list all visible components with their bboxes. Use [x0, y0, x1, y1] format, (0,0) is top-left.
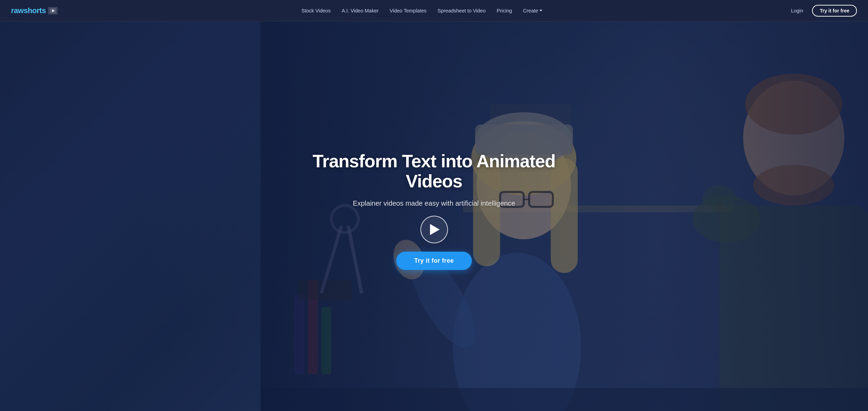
nav-link-pricing[interactable]: Pricing	[492, 6, 517, 16]
nav-item-stock-videos: Stock Videos	[297, 8, 335, 14]
nav-item-create: Create	[518, 6, 547, 16]
logo-icon	[48, 7, 58, 15]
login-link[interactable]: Login	[786, 6, 808, 16]
try-free-button-nav[interactable]: Try it for free	[812, 5, 857, 17]
nav-item-spreadsheet-to-video: Spreadsheet to Video	[433, 8, 490, 14]
nav-link-video-templates[interactable]: Video Templates	[385, 6, 431, 16]
hero-cta-button[interactable]: Try it for free	[396, 252, 472, 270]
nav-link-spreadsheet-to-video[interactable]: Spreadsheet to Video	[433, 6, 490, 16]
nav-link-stock-videos[interactable]: Stock Videos	[297, 6, 335, 16]
logo-text: rawshorts	[11, 6, 46, 15]
hero-subtitle: Explainer videos made easy with artifici…	[353, 199, 515, 207]
play-icon	[430, 224, 440, 235]
navbar: rawshorts Stock Videos A.I. Video Maker …	[0, 0, 868, 21]
hero-section: Transform Text into Animated Videos Expl…	[0, 0, 868, 411]
nav-right: Login Try it for free	[786, 5, 857, 17]
chevron-down-icon	[540, 10, 542, 11]
nav-link-create[interactable]: Create	[518, 6, 547, 16]
nav-item-pricing: Pricing	[492, 8, 517, 14]
logo-link[interactable]: rawshorts	[11, 6, 58, 15]
hero-content: Transform Text into Animated Videos Expl…	[286, 151, 583, 270]
nav-item-ai-video-maker: A.I. Video Maker	[337, 8, 383, 14]
nav-item-video-templates: Video Templates	[385, 8, 431, 14]
play-button[interactable]	[420, 216, 448, 243]
hero-title: Transform Text into Animated Videos	[293, 151, 576, 191]
nav-links: Stock Videos A.I. Video Maker Video Temp…	[297, 6, 547, 16]
nav-link-ai-video-maker[interactable]: A.I. Video Maker	[337, 6, 383, 16]
